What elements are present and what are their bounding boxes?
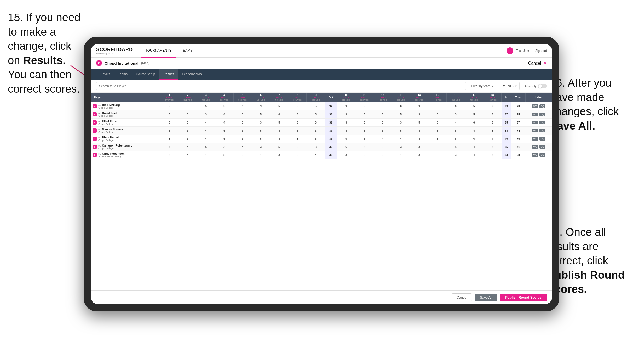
dq-button[interactable]: DQ bbox=[539, 129, 546, 132]
score-hole-15[interactable]: 3 bbox=[428, 127, 447, 135]
score-hole-18[interactable]: 5 bbox=[483, 119, 502, 127]
score-hole-10[interactable]: 3 bbox=[337, 151, 355, 159]
dq-button[interactable]: DQ bbox=[539, 137, 546, 141]
score-hole-5[interactable]: 3 bbox=[233, 119, 252, 127]
score-hole-18[interactable]: 3 bbox=[483, 127, 502, 135]
score-hole-15[interactable]: 5 bbox=[428, 110, 447, 119]
score-hole-12[interactable]: 3 bbox=[373, 151, 392, 159]
score-hole-15[interactable]: 3 bbox=[428, 135, 447, 143]
score-hole-1[interactable]: 4 bbox=[160, 143, 179, 151]
score-hole-9[interactable]: 3 bbox=[307, 119, 325, 127]
score-hole-6[interactable]: 3 bbox=[252, 102, 270, 110]
score-hole-14[interactable]: 4 bbox=[410, 127, 428, 135]
score-hole-18[interactable]: 3 bbox=[483, 102, 502, 110]
score-hole-9[interactable]: 3 bbox=[307, 127, 325, 135]
score-hole-17[interactable]: 4 bbox=[465, 151, 483, 159]
score-hole-8[interactable]: 3 bbox=[288, 110, 307, 119]
score-hole-4[interactable]: 3 bbox=[215, 143, 233, 151]
tab-leaderboards[interactable]: Leaderboards bbox=[178, 69, 206, 80]
score-hole-15[interactable]: 3 bbox=[428, 119, 447, 127]
wd-button[interactable]: WD bbox=[532, 137, 538, 141]
score-hole-1[interactable]: 3 bbox=[160, 102, 179, 110]
wd-button[interactable]: WD bbox=[532, 145, 538, 149]
score-hole-14[interactable]: 5 bbox=[410, 119, 428, 127]
score-hole-11[interactable]: 5 bbox=[355, 127, 373, 135]
score-hole-1[interactable]: 5 bbox=[160, 127, 179, 135]
score-hole-9[interactable]: 5 bbox=[307, 135, 325, 143]
score-hole-2[interactable]: 3 bbox=[179, 127, 197, 135]
score-hole-10[interactable]: 5 bbox=[337, 135, 355, 143]
score-hole-10[interactable]: 6 bbox=[337, 143, 355, 151]
score-hole-1[interactable]: 5 bbox=[160, 119, 179, 127]
score-hole-15[interactable]: 3 bbox=[428, 143, 447, 151]
score-hole-7[interactable]: 5 bbox=[270, 102, 288, 110]
score-hole-11[interactable]: 5 bbox=[355, 102, 373, 110]
score-hole-16[interactable]: 5 bbox=[447, 127, 465, 135]
score-hole-18[interactable]: 3 bbox=[483, 151, 502, 159]
score-hole-1[interactable]: 3 bbox=[160, 135, 179, 143]
score-hole-5[interactable]: 3 bbox=[233, 127, 252, 135]
score-hole-7[interactable]: 3 bbox=[270, 151, 288, 159]
dq-button[interactable]: DQ bbox=[539, 121, 546, 124]
score-hole-7[interactable]: 4 bbox=[270, 135, 288, 143]
score-hole-12[interactable]: 3 bbox=[373, 102, 392, 110]
dq-button[interactable]: DQ bbox=[539, 104, 546, 108]
score-hole-2[interactable]: 3 bbox=[179, 110, 197, 119]
score-hole-4[interactable]: 5 bbox=[215, 135, 233, 143]
score-hole-18[interactable]: 3 bbox=[483, 143, 502, 151]
score-hole-5[interactable]: 3 bbox=[233, 135, 252, 143]
score-hole-9[interactable]: 4 bbox=[307, 151, 325, 159]
score-hole-13[interactable]: 3 bbox=[392, 119, 410, 127]
score-hole-16[interactable]: 4 bbox=[447, 119, 465, 127]
score-hole-16[interactable]: 3 bbox=[447, 110, 465, 119]
score-hole-10[interactable]: 3 bbox=[337, 102, 355, 110]
score-hole-17[interactable]: 4 bbox=[465, 127, 483, 135]
score-hole-4[interactable]: 5 bbox=[215, 127, 233, 135]
score-hole-13[interactable]: 5 bbox=[392, 110, 410, 119]
score-hole-3[interactable]: 4 bbox=[197, 151, 215, 159]
tab-results[interactable]: Results bbox=[159, 69, 178, 80]
score-hole-11[interactable]: 5 bbox=[355, 110, 373, 119]
score-hole-15[interactable]: 5 bbox=[428, 151, 447, 159]
nav-tournaments[interactable]: TOURNAMENTS bbox=[141, 44, 176, 58]
score-hole-1[interactable]: 6 bbox=[160, 110, 179, 119]
score-hole-5[interactable]: 4 bbox=[233, 143, 252, 151]
score-hole-6[interactable]: 5 bbox=[252, 110, 270, 119]
score-hole-18[interactable]: 3 bbox=[483, 110, 502, 119]
score-hole-3[interactable]: 4 bbox=[197, 135, 215, 143]
tab-teams[interactable]: Teams bbox=[114, 69, 132, 80]
wd-button[interactable]: WD bbox=[532, 113, 538, 116]
score-hole-12[interactable]: 4 bbox=[373, 135, 392, 143]
score-hole-17[interactable]: 6 bbox=[465, 119, 483, 127]
score-hole-4[interactable]: 5 bbox=[215, 102, 233, 110]
score-hole-16[interactable]: 5 bbox=[447, 143, 465, 151]
totals-only-toggle[interactable] bbox=[538, 84, 547, 88]
score-hole-11[interactable]: 5 bbox=[355, 119, 373, 127]
score-hole-9[interactable]: 5 bbox=[307, 102, 325, 110]
score-hole-13[interactable]: 6 bbox=[392, 102, 410, 110]
score-hole-14[interactable]: 3 bbox=[410, 143, 428, 151]
score-hole-7[interactable]: 5 bbox=[270, 143, 288, 151]
score-hole-8[interactable]: 5 bbox=[288, 151, 307, 159]
wd-button[interactable]: WD bbox=[532, 129, 538, 132]
score-hole-12[interactable]: 5 bbox=[373, 143, 392, 151]
score-hole-1[interactable]: 3 bbox=[160, 151, 179, 159]
score-hole-3[interactable]: 4 bbox=[197, 127, 215, 135]
score-hole-8[interactable]: 6 bbox=[288, 102, 307, 110]
score-hole-17[interactable]: 5 bbox=[465, 110, 483, 119]
score-hole-6[interactable]: 3 bbox=[252, 143, 270, 151]
tab-course-setup[interactable]: Course Setup bbox=[132, 69, 159, 80]
publish-round-scores-button[interactable]: Publish Round Scores bbox=[500, 294, 547, 301]
wd-button[interactable]: WD bbox=[532, 153, 538, 157]
score-hole-2[interactable]: 3 bbox=[179, 102, 197, 110]
score-hole-15[interactable]: 5 bbox=[428, 102, 447, 110]
score-hole-14[interactable]: 4 bbox=[410, 135, 428, 143]
score-hole-13[interactable]: 5 bbox=[392, 127, 410, 135]
score-hole-9[interactable]: 3 bbox=[307, 143, 325, 151]
signout-link[interactable]: Sign out bbox=[535, 49, 547, 53]
score-hole-2[interactable]: 4 bbox=[179, 151, 197, 159]
score-hole-12[interactable]: 5 bbox=[373, 127, 392, 135]
score-hole-3[interactable]: 3 bbox=[197, 110, 215, 119]
score-hole-3[interactable]: 4 bbox=[197, 119, 215, 127]
score-hole-4[interactable]: 5 bbox=[215, 151, 233, 159]
